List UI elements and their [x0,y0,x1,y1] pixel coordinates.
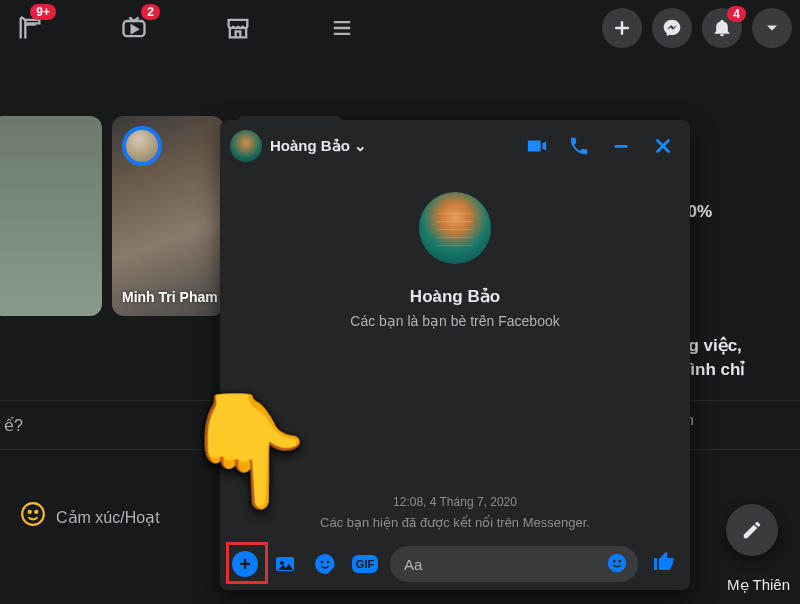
nav-pages-icon[interactable]: 9+ [8,6,52,50]
new-message-fab[interactable] [726,504,778,556]
svg-point-7 [321,561,324,564]
video-call-icon[interactable] [520,129,554,163]
nav-marketplace-icon[interactable] [216,6,260,50]
contact-list-item[interactable]: Mẹ Thiên [727,576,790,594]
pages-badge: 9+ [30,4,56,20]
nav-watch-icon[interactable]: 2 [112,6,156,50]
watch-badge: 2 [141,4,160,20]
top-nav: 9+ 2 4 [0,0,800,56]
audio-call-icon[interactable] [562,129,596,163]
chat-contact-name-text: Hoàng Bảo [270,137,350,155]
plus-icon: + [232,551,258,577]
svg-point-11 [618,559,621,562]
photo-icon[interactable] [270,549,300,579]
minimize-icon[interactable] [604,129,638,163]
chat-avatar-large[interactable] [419,192,491,264]
notifications-badge: 4 [727,6,746,22]
chat-input-placeholder: Aa [404,556,606,573]
sponsored-teaser: 70% ng việc, trình chỉ k vn [678,200,788,430]
svg-point-1 [22,503,44,525]
svg-point-2 [29,511,31,513]
svg-point-3 [35,511,37,513]
chevron-down-icon: ⌄ [354,137,367,155]
create-button[interactable] [602,8,642,48]
close-icon[interactable] [646,129,680,163]
story-avatar [122,126,162,166]
teaser-line: 70% [678,200,788,224]
chat-friend-sub: Các bạn là bạn bè trên Facebook [350,313,559,329]
chat-connected-text: Các bạn hiện đã được kết nối trên Messen… [320,515,590,530]
emoji-picker-icon[interactable] [606,552,628,577]
chat-avatar-small[interactable] [230,130,262,162]
sticker-icon[interactable] [310,549,340,579]
composer-actions: Cảm xúc/Hoạt [0,492,160,542]
story-card[interactable]: Minh Tri Pham [112,116,224,316]
thumbs-up-icon[interactable] [648,549,680,579]
chat-timestamp: 12:08, 4 Tháng 7, 2020 [393,495,517,509]
feeling-icon[interactable] [20,501,46,533]
teaser-line: trình chỉ [678,358,788,382]
messenger-button[interactable] [652,8,692,48]
svg-point-9 [608,553,626,571]
chat-header: Hoàng Bảo ⌄ [220,120,690,172]
account-menu-button[interactable] [752,8,792,48]
svg-rect-4 [615,145,628,148]
more-actions-button[interactable]: + [230,549,260,579]
chat-friend-name: Hoàng Bảo [410,286,500,307]
chat-input[interactable]: Aa [390,546,638,582]
feeling-label[interactable]: Cảm xúc/Hoạt [56,508,160,527]
story-name: Minh Tri Pham [122,289,218,306]
notifications-button[interactable]: 4 [702,8,742,48]
chat-footer: + GIF Aa [220,538,690,590]
teaser-line: ng việc, [678,334,788,358]
chat-contact-name[interactable]: Hoàng Bảo ⌄ [270,137,367,155]
chat-body: Hoàng Bảo Các bạn là bạn bè trên Faceboo… [220,172,690,538]
svg-point-8 [327,561,330,564]
composer-placeholder: ế? [4,416,23,435]
story-card[interactable] [0,116,102,316]
chat-popup: Hoàng Bảo ⌄ Hoàng Bảo Các bạn là bạn bè … [220,120,690,590]
nav-menu-icon[interactable] [320,6,364,50]
gif-icon[interactable]: GIF [350,549,380,579]
svg-point-6 [280,561,284,565]
svg-point-10 [613,559,616,562]
